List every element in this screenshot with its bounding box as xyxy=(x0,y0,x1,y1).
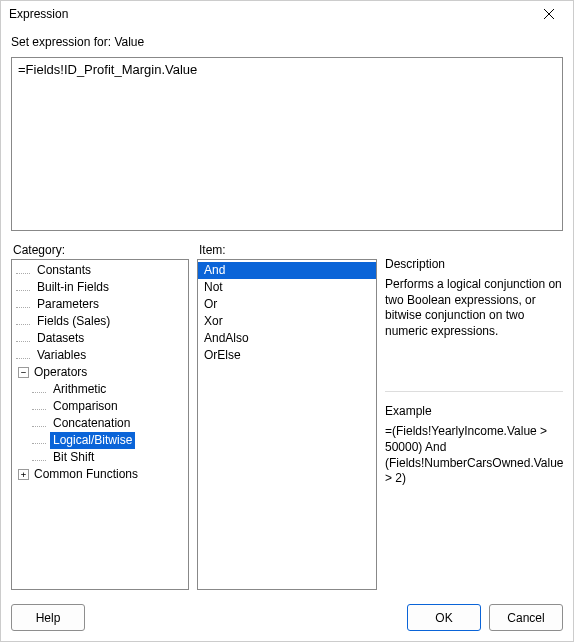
expression-text: =Fields!ID_Profit_Margin.Value xyxy=(18,62,197,77)
example-heading: Example xyxy=(385,404,563,418)
tree-branch-icon xyxy=(16,319,30,325)
tree-item[interactable]: Comparison xyxy=(32,398,188,415)
list-item[interactable]: AndAlso xyxy=(198,330,376,347)
help-button[interactable]: Help xyxy=(11,604,85,631)
tree-branch-icon xyxy=(32,387,46,393)
prompt-target: Value xyxy=(114,35,144,49)
tree-item-label: Logical/Bitwise xyxy=(50,432,135,449)
expression-textbox[interactable]: =Fields!ID_Profit_Margin.Value xyxy=(11,57,563,231)
tree-item[interactable]: Parameters xyxy=(16,296,188,313)
lower-panels: Category: ConstantsBuilt-in FieldsParame… xyxy=(11,237,563,590)
category-tree[interactable]: ConstantsBuilt-in FieldsParametersFields… xyxy=(11,259,189,590)
close-icon xyxy=(544,9,554,19)
list-item[interactable]: Not xyxy=(198,279,376,296)
tree-item-label: Comparison xyxy=(50,398,121,415)
list-item[interactable]: OrElse xyxy=(198,347,376,364)
tree-branch-icon xyxy=(16,353,30,359)
tree-branch-icon xyxy=(16,285,30,291)
tree-branch-icon xyxy=(32,438,46,444)
ok-button[interactable]: OK xyxy=(407,604,481,631)
window-title: Expression xyxy=(9,7,531,21)
tree-item[interactable]: Datasets xyxy=(16,330,188,347)
list-item[interactable]: Or xyxy=(198,296,376,313)
divider xyxy=(385,391,563,392)
tree-branch-icon xyxy=(32,404,46,410)
tree-item-label: Operators xyxy=(31,364,90,381)
description-column: Description Performs a logical conjuncti… xyxy=(385,237,563,590)
tree-item-label: Common Functions xyxy=(31,466,141,483)
tree-item[interactable]: Fields (Sales) xyxy=(16,313,188,330)
tree-item[interactable]: −Operators xyxy=(16,364,188,381)
example-text: =(Fields!YearlyIncome.Value > 50000) And… xyxy=(385,424,563,486)
tree-item-label: Parameters xyxy=(34,296,102,313)
tree-item-label: Constants xyxy=(34,262,94,279)
tree-item[interactable]: Variables xyxy=(16,347,188,364)
tree-item-label: Datasets xyxy=(34,330,87,347)
tree-item-label: Bit Shift xyxy=(50,449,97,466)
tree-item[interactable]: Constants xyxy=(16,262,188,279)
collapse-icon[interactable]: − xyxy=(18,367,29,378)
description-heading: Description xyxy=(385,257,563,271)
tree-item[interactable]: Arithmetic xyxy=(32,381,188,398)
content-area: Set expression for: Value =Fields!ID_Pro… xyxy=(1,27,573,598)
item-label: Item: xyxy=(199,243,377,257)
tree-branch-icon xyxy=(32,421,46,427)
tree-item-label: Arithmetic xyxy=(50,381,109,398)
close-button[interactable] xyxy=(531,2,567,26)
tree-branch-icon xyxy=(16,268,30,274)
example-block: Example =(Fields!YearlyIncome.Value > 50… xyxy=(385,404,563,486)
tree-item-label: Concatenation xyxy=(50,415,133,432)
prompt-prefix: Set expression for: xyxy=(11,35,114,49)
item-column: Item: AndNotOrXorAndAlsoOrElse xyxy=(197,237,377,590)
tree-item[interactable]: +Common Functions xyxy=(16,466,188,483)
category-column: Category: ConstantsBuilt-in FieldsParame… xyxy=(11,237,189,590)
tree-item[interactable]: Built-in Fields xyxy=(16,279,188,296)
description-text: Performs a logical conjunction on two Bo… xyxy=(385,277,563,339)
category-label: Category: xyxy=(13,243,189,257)
tree-branch-icon xyxy=(16,336,30,342)
expand-icon[interactable]: + xyxy=(18,469,29,480)
tree-item-label: Built-in Fields xyxy=(34,279,112,296)
tree-branch-icon xyxy=(16,302,30,308)
tree-item-label: Fields (Sales) xyxy=(34,313,113,330)
tree-item-label: Variables xyxy=(34,347,89,364)
tree-item[interactable]: Concatenation xyxy=(32,415,188,432)
footer: Help OK Cancel xyxy=(1,598,573,641)
cancel-button[interactable]: Cancel xyxy=(489,604,563,631)
tree-item[interactable]: Logical/Bitwise xyxy=(32,432,188,449)
list-item[interactable]: Xor xyxy=(198,313,376,330)
item-list[interactable]: AndNotOrXorAndAlsoOrElse xyxy=(197,259,377,590)
list-item[interactable]: And xyxy=(198,262,376,279)
prompt-label: Set expression for: Value xyxy=(11,35,563,49)
titlebar: Expression xyxy=(1,1,573,27)
tree-branch-icon xyxy=(32,455,46,461)
expression-dialog: Expression Set expression for: Value =Fi… xyxy=(0,0,574,642)
tree-item[interactable]: Bit Shift xyxy=(32,449,188,466)
description-block: Description Performs a logical conjuncti… xyxy=(385,257,563,339)
